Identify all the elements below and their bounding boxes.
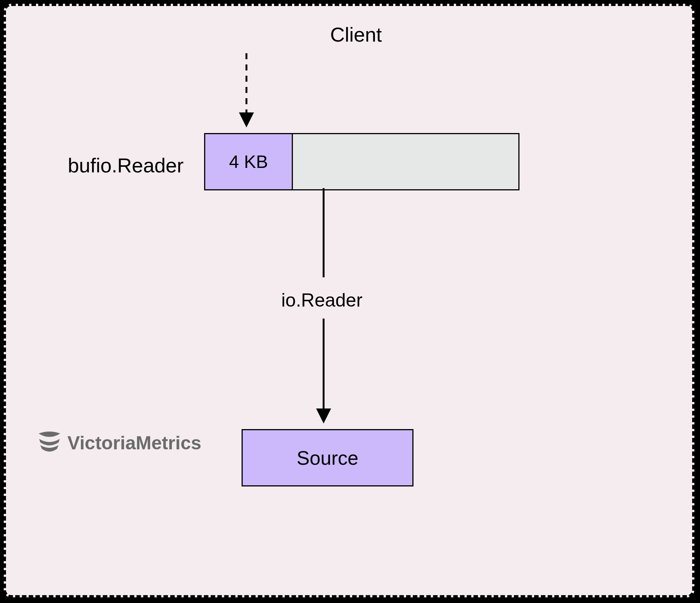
source-box: Source [242,429,413,486]
client-label: Client [6,23,700,46]
buffer-size-text: 4 KB [229,151,268,172]
victoriametrics-logo-text: VictoriaMetrics [67,432,201,454]
buffer-fill: 4 KB [204,133,293,190]
source-label: Source [297,447,358,469]
victoriametrics-logo: VictoriaMetrics [36,429,201,456]
victoriametrics-logo-icon [36,429,63,456]
bufio-reader-label: bufio.Reader [68,154,184,177]
io-reader-label: io.Reader [281,289,363,311]
diagram-canvas: Client bufio.Reader 4 KB io.Reader Sourc… [4,4,694,597]
